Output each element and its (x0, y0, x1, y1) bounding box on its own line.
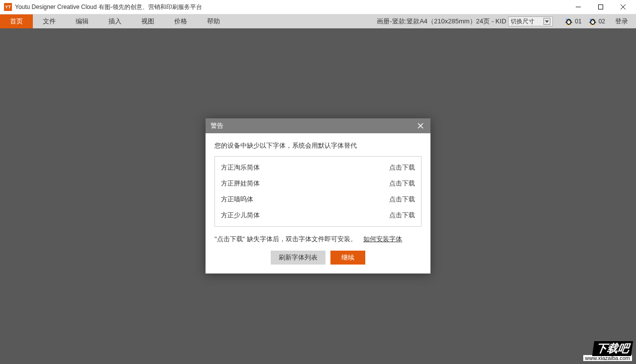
svg-point-20 (590, 19, 592, 20)
qq-contact-2[interactable]: 02 (589, 17, 605, 25)
minimize-icon (576, 4, 581, 9)
svg-point-12 (566, 19, 568, 20)
chevron-down-icon (543, 18, 550, 25)
menu-price[interactable]: 价格 (164, 14, 197, 28)
menu-file[interactable]: 文件 (33, 14, 66, 28)
menu-insert[interactable]: 插入 (99, 14, 131, 28)
menu-home[interactable]: 首页 (0, 14, 33, 28)
svg-point-9 (568, 21, 569, 22)
maximize-button[interactable] (589, 0, 612, 14)
font-row: 方正喵呜体 点击下载 (221, 191, 415, 207)
size-select[interactable]: 切换尺寸 (508, 16, 553, 26)
refresh-fonts-button[interactable]: 刷新字体列表 (271, 251, 325, 265)
svg-point-8 (569, 20, 570, 21)
svg-point-10 (567, 24, 568, 25)
watermark: 下载吧 www.xiazaiba.com (583, 341, 632, 361)
download-link[interactable]: 点击下载 (389, 211, 415, 220)
download-link[interactable]: 点击下载 (389, 179, 415, 188)
qq-label-1: 01 (575, 18, 581, 25)
download-link[interactable]: 点击下载 (389, 163, 415, 172)
font-name: 方正淘乐简体 (221, 163, 260, 172)
svg-point-17 (592, 21, 593, 22)
download-link[interactable]: 点击下载 (389, 195, 415, 204)
svg-point-11 (569, 24, 571, 25)
dialog-title: 警告 (211, 121, 223, 130)
dialog-body: 您的设备中缺少以下字体，系统会用默认字体替代 方正淘乐简体 点击下载 方正胖娃简… (206, 133, 430, 273)
missing-font-list: 方正淘乐简体 点击下载 方正胖娃简体 点击下载 方正喵呜体 点击下载 方正少儿简… (214, 156, 422, 227)
svg-marker-4 (545, 20, 549, 23)
warning-dialog: 警告 您的设备中缺少以下字体，系统会用默认字体替代 方正淘乐简体 点击下载 方正… (206, 118, 430, 273)
qq-icon (589, 17, 597, 25)
titlebar: YT Youtu Designer Creative Cloud 有图-领先的创… (0, 0, 636, 14)
menubar-right: 01 02 登录 (557, 14, 636, 28)
svg-point-18 (591, 24, 592, 25)
font-name: 方正少儿简体 (221, 211, 260, 220)
dialog-buttons: 刷新字体列表 继续 (214, 251, 422, 265)
font-name: 方正胖娃简体 (221, 179, 260, 188)
qq-label-2: 02 (599, 18, 605, 25)
dialog-hint: "点击下载" 缺失字体后，双击字体文件即可安装。 如何安装字体 (214, 235, 422, 244)
font-row: 方正胖娃简体 点击下载 (221, 176, 415, 191)
font-row: 方正淘乐简体 点击下载 (221, 160, 415, 176)
menubar: 首页 文件 编辑 插入 视图 价格 帮助 画册-竖款:竖款A4（210x285m… (0, 14, 636, 28)
svg-point-15 (591, 20, 592, 21)
svg-rect-1 (598, 5, 603, 9)
dialog-header: 警告 (206, 118, 430, 133)
svg-point-7 (568, 20, 569, 21)
dialog-close-button[interactable] (416, 121, 425, 131)
window-title: Youtu Designer Creative Cloud 有图-领先的创意、营… (15, 3, 567, 11)
login-link[interactable]: 登录 (615, 17, 628, 26)
maximize-icon (598, 4, 603, 9)
menu-view[interactable]: 视图 (131, 14, 164, 28)
menu-edit[interactable]: 编辑 (66, 14, 99, 28)
font-row: 方正少儿简体 点击下载 (221, 207, 415, 223)
document-info: 画册-竖款:竖款A4（210x285mm）24页 - KID 切换尺寸 (377, 14, 557, 28)
document-info-text: 画册-竖款:竖款A4（210x285mm）24页 - KID (377, 17, 506, 26)
dialog-message: 您的设备中缺少以下字体，系统会用默认字体替代 (214, 141, 422, 150)
close-icon (418, 123, 424, 129)
app-icon: YT (4, 3, 12, 11)
svg-point-19 (593, 24, 595, 25)
watermark-text: 下载吧 (592, 341, 633, 356)
hint-text: "点击下载" 缺失字体后，双击字体文件即可安装。 (214, 235, 357, 243)
close-button[interactable] (612, 0, 634, 14)
size-select-label: 切换尺寸 (511, 17, 534, 26)
continue-button[interactable]: 继续 (330, 251, 365, 265)
minimize-button[interactable] (567, 0, 589, 14)
qq-contact-1[interactable]: 01 (565, 17, 581, 25)
menu-help[interactable]: 帮助 (197, 14, 230, 28)
qq-icon (565, 17, 573, 25)
close-icon (621, 4, 626, 9)
font-name: 方正喵呜体 (221, 195, 253, 204)
svg-point-16 (593, 20, 594, 21)
how-install-link[interactable]: 如何安装字体 (363, 235, 402, 243)
